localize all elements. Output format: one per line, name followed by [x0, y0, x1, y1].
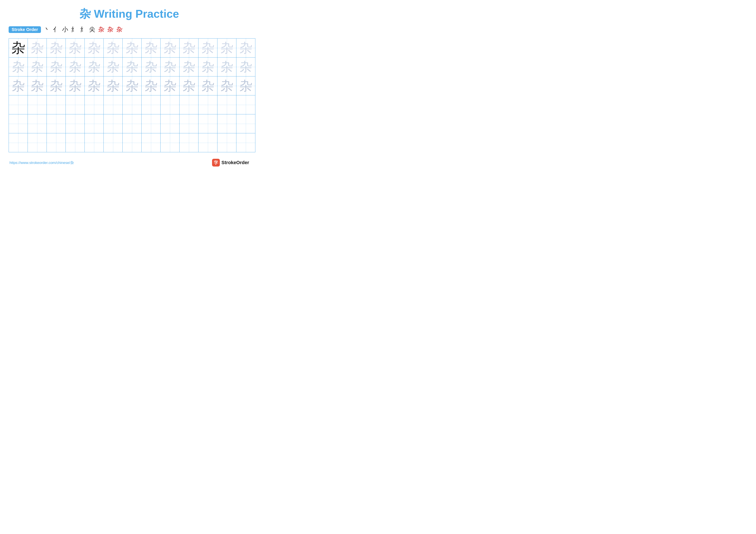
- brand-logo: 字 StrokeOrder: [212, 159, 249, 166]
- grid-cell-5-2[interactable]: [28, 114, 47, 133]
- grid-cell-1-4: 杂: [66, 38, 85, 58]
- grid-cell-6-10[interactable]: [179, 133, 199, 152]
- grid-cell-4-7[interactable]: [122, 95, 142, 114]
- grid-cell-1-10: 杂: [179, 38, 199, 58]
- practice-grid: 杂 杂 杂 杂 杂 杂 杂 杂 杂 杂 杂 杂 杂 杂 杂 杂 杂 杂 杂 杂 …: [9, 38, 256, 152]
- stroke-step-7: 杂: [98, 25, 104, 34]
- grid-cell-5-10[interactable]: [179, 114, 199, 133]
- grid-cell-2-6: 杂: [104, 58, 122, 76]
- grid-cell-5-6[interactable]: [104, 114, 122, 133]
- grid-cell-5-8[interactable]: [142, 114, 161, 133]
- grid-cell-1-13: 杂: [236, 38, 256, 58]
- grid-cell-2-1: 杂: [9, 58, 28, 76]
- stroke-step-9: 杂: [116, 25, 122, 34]
- grid-cell-3-12: 杂: [217, 76, 236, 95]
- grid-cell-4-11[interactable]: [199, 95, 217, 114]
- grid-cell-2-5: 杂: [85, 58, 104, 76]
- grid-cell-2-3: 杂: [47, 58, 66, 76]
- grid-cell-3-2: 杂: [28, 76, 47, 95]
- brand-name: StrokeOrder: [222, 160, 249, 165]
- footer-link[interactable]: https://www.strokeorder.com/chinese/杂: [10, 160, 74, 165]
- grid-cell-6-1[interactable]: [9, 133, 28, 152]
- grid-cell-5-9[interactable]: [161, 114, 179, 133]
- grid-cell-6-3[interactable]: [47, 133, 66, 152]
- grid-cell-3-10: 杂: [179, 76, 199, 95]
- grid-cell-2-13: 杂: [236, 58, 256, 76]
- stroke-step-6: 尖: [89, 25, 95, 34]
- grid-cell-6-8[interactable]: [142, 133, 161, 152]
- grid-row-2: 杂 杂 杂 杂 杂 杂 杂 杂 杂 杂 杂 杂 杂: [9, 58, 256, 76]
- page-title: 杂 Writing Practice: [9, 7, 250, 21]
- grid-cell-5-11[interactable]: [199, 114, 217, 133]
- grid-cell-2-7: 杂: [122, 58, 142, 76]
- grid-cell-4-10[interactable]: [179, 95, 199, 114]
- stroke-step-5: 纟: [80, 25, 86, 34]
- stroke-step-1: 丶: [44, 25, 50, 34]
- grid-cell-2-11: 杂: [199, 58, 217, 76]
- grid-cell-5-3[interactable]: [47, 114, 66, 133]
- grid-cell-6-12[interactable]: [217, 133, 236, 152]
- stroke-step-3: 小: [62, 25, 68, 34]
- grid-cell-4-2[interactable]: [28, 95, 47, 114]
- grid-cell-5-1[interactable]: [9, 114, 28, 133]
- grid-cell-6-7[interactable]: [122, 133, 142, 152]
- grid-cell-2-12: 杂: [217, 58, 236, 76]
- grid-cell-1-3: 杂: [47, 38, 66, 58]
- stroke-step-2: 亻: [53, 25, 59, 34]
- grid-cell-2-4: 杂: [66, 58, 85, 76]
- grid-cell-6-2[interactable]: [28, 133, 47, 152]
- grid-cell-3-4: 杂: [66, 76, 85, 95]
- grid-cell-1-11: 杂: [199, 38, 217, 58]
- grid-cell-3-9: 杂: [161, 76, 179, 95]
- grid-cell-1-7: 杂: [122, 38, 142, 58]
- grid-cell-4-5[interactable]: [85, 95, 104, 114]
- grid-cell-5-5[interactable]: [85, 114, 104, 133]
- grid-cell-1-2: 杂: [28, 38, 47, 58]
- brand-icon: 字: [212, 159, 220, 166]
- grid-cell-6-9[interactable]: [161, 133, 179, 152]
- grid-cell-6-6[interactable]: [104, 133, 122, 152]
- grid-cell-2-2: 杂: [28, 58, 47, 76]
- grid-cell-3-5: 杂: [85, 76, 104, 95]
- grid-cell-4-9[interactable]: [161, 95, 179, 114]
- grid-cell-6-13[interactable]: [236, 133, 256, 152]
- stroke-step-8: 杂: [107, 25, 113, 34]
- grid-cell-6-5[interactable]: [85, 133, 104, 152]
- grid-cell-1-9: 杂: [161, 38, 179, 58]
- grid-row-5: [9, 114, 256, 133]
- grid-cell-4-3[interactable]: [47, 95, 66, 114]
- grid-cell-1-1: 杂: [9, 38, 28, 58]
- grid-cell-4-6[interactable]: [104, 95, 122, 114]
- grid-row-4: [9, 95, 256, 114]
- stroke-step-4: 纟: [71, 25, 77, 34]
- stroke-order-badge: Stroke Order: [9, 26, 41, 33]
- grid-cell-1-5: 杂: [85, 38, 104, 58]
- grid-cell-3-3: 杂: [47, 76, 66, 95]
- grid-row-3: 杂 杂 杂 杂 杂 杂 杂 杂 杂 杂 杂 杂 杂: [9, 76, 256, 95]
- grid-cell-5-13[interactable]: [236, 114, 256, 133]
- grid-cell-3-8: 杂: [142, 76, 161, 95]
- grid-row-1: 杂 杂 杂 杂 杂 杂 杂 杂 杂 杂 杂 杂 杂: [9, 38, 256, 58]
- grid-cell-4-8[interactable]: [142, 95, 161, 114]
- grid-cell-3-7: 杂: [122, 76, 142, 95]
- grid-cell-4-12[interactable]: [217, 95, 236, 114]
- grid-cell-6-11[interactable]: [199, 133, 217, 152]
- grid-cell-1-12: 杂: [217, 38, 236, 58]
- grid-cell-2-9: 杂: [161, 58, 179, 76]
- grid-cell-1-8: 杂: [142, 38, 161, 58]
- grid-cell-4-1[interactable]: [9, 95, 28, 114]
- footer: https://www.strokeorder.com/chinese/杂 字 …: [9, 159, 250, 166]
- grid-cell-6-4[interactable]: [66, 133, 85, 152]
- grid-cell-5-7[interactable]: [122, 114, 142, 133]
- grid-cell-2-8: 杂: [142, 58, 161, 76]
- grid-row-6: [9, 133, 256, 152]
- grid-cell-5-4[interactable]: [66, 114, 85, 133]
- stroke-order-row: Stroke Order 丶 亻 小 纟 纟 尖 杂 杂 杂: [9, 25, 250, 34]
- grid-cell-2-10: 杂: [179, 58, 199, 76]
- grid-cell-3-11: 杂: [199, 76, 217, 95]
- grid-cell-3-1: 杂: [9, 76, 28, 95]
- grid-cell-5-12[interactable]: [217, 114, 236, 133]
- grid-cell-3-6: 杂: [104, 76, 122, 95]
- grid-cell-4-13[interactable]: [236, 95, 256, 114]
- grid-cell-4-4[interactable]: [66, 95, 85, 114]
